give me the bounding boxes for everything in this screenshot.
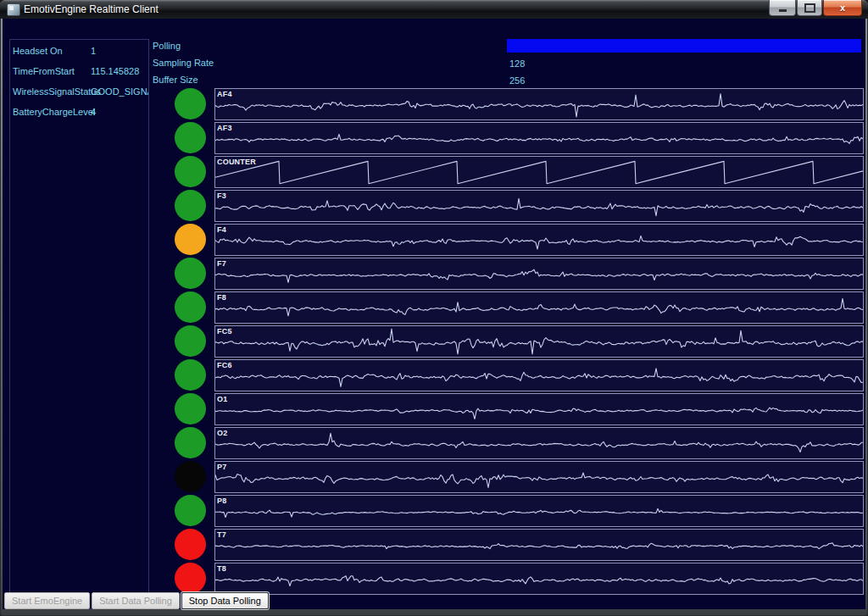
sensor-quality-p7	[175, 461, 206, 492]
sensor-quality-p8	[175, 495, 206, 526]
eeg-chart-f3: F3	[214, 190, 864, 222]
eeg-chart-f7: F7	[214, 258, 864, 290]
polling-progress-bar	[507, 39, 861, 53]
channel-label: FC6	[217, 361, 232, 369]
channel-label: AF4	[217, 90, 232, 98]
channel-label: F8	[217, 293, 226, 302]
channel-label: O2	[217, 429, 227, 437]
channel-label: O1	[217, 395, 227, 403]
status-row: TimeFromStart115.145828	[10, 60, 148, 80]
action-button-row: Start EmoEngineStart Data PollingStop Da…	[4, 592, 269, 609]
maximize-button[interactable]	[797, 0, 822, 16]
sensor-quality-o2	[175, 427, 206, 458]
status-value: 4	[91, 107, 96, 117]
channel-label: T7	[217, 530, 226, 539]
eeg-chart-o2: O2	[214, 427, 864, 459]
sensor-quality-fc5	[175, 325, 206, 357]
status-value: 1	[91, 46, 96, 56]
waveform	[215, 123, 863, 153]
sensor-quality-f8	[175, 291, 206, 323]
status-row: BatteryChargeLevel4	[10, 101, 148, 121]
channel-label: F3	[217, 191, 226, 200]
sampling-rate-label: Sampling Rate	[153, 58, 214, 68]
close-button[interactable]: x	[823, 0, 862, 16]
channel-label: COUNTER	[217, 158, 256, 166]
client-area: Headset On1TimeFromStart115.145828Wirele…	[3, 19, 865, 609]
waveform	[215, 225, 863, 255]
waveform	[215, 258, 863, 289]
eeg-chart-p7: P7	[214, 461, 864, 493]
channel-label: P7	[217, 463, 226, 471]
waveform	[215, 292, 863, 323]
sensor-quality-t8	[175, 563, 206, 594]
eeg-chart-p8: P8	[214, 495, 864, 527]
channel-label: AF3	[217, 124, 232, 132]
status-label: WirelessSignalStatus	[13, 86, 91, 97]
waveform	[215, 89, 863, 119]
minimize-button[interactable]	[769, 0, 796, 16]
title-bar[interactable]: EmotivEngine Realtime Client x	[0, 0, 868, 19]
sensor-quality-f3	[175, 190, 206, 221]
app-icon	[7, 3, 20, 16]
sensor-quality-t7	[175, 529, 206, 560]
waveform	[215, 462, 863, 492]
window-title: EmotivEngine Realtime Client	[24, 3, 159, 15]
eeg-chart-o1: O1	[214, 393, 864, 425]
sensor-quality-f4	[175, 224, 206, 255]
sensor-quality-af4	[175, 88, 206, 119]
waveform	[215, 530, 863, 560]
status-value: 115.145828	[91, 66, 139, 76]
eeg-chart-af4: AF4	[214, 88, 864, 120]
channel-label: FC5	[217, 327, 232, 336]
eeg-chart-fc6: FC6	[214, 359, 864, 391]
sensor-quality-af3	[175, 122, 206, 153]
polling-progress-fill	[507, 39, 861, 53]
eeg-chart-t8: T8	[214, 563, 864, 595]
status-value: GOOD_SIGNAL	[91, 86, 148, 97]
close-icon: x	[840, 3, 845, 13]
status-label: Headset On	[13, 46, 91, 56]
waveform	[215, 394, 863, 425]
stop-data-polling-button[interactable]: Stop Data Polling	[181, 592, 269, 609]
sensor-quality-f7	[175, 258, 206, 289]
channel-label: P8	[217, 497, 226, 505]
sampling-rate-value: 128	[509, 58, 525, 69]
waveform	[215, 428, 863, 458]
start-emoengine-button[interactable]: Start EmoEngine	[4, 592, 90, 609]
status-label: BatteryChargeLevel	[13, 107, 91, 117]
window-controls: x	[768, 0, 862, 16]
waveform	[215, 326, 863, 357]
status-row: WirelessSignalStatusGOOD_SIGNAL	[10, 80, 148, 101]
eeg-chart-f8: F8	[214, 291, 864, 324]
minimize-icon	[779, 9, 787, 12]
waveform	[215, 360, 863, 391]
eeg-chart-t7: T7	[214, 529, 864, 561]
buffer-size-label: Buffer Size	[153, 75, 198, 85]
status-row: Headset On1	[10, 40, 148, 60]
eeg-chart-f4: F4	[214, 224, 864, 256]
sensor-quality-o1	[175, 393, 206, 425]
channel-label: T8	[217, 564, 226, 573]
sensor-quality-counter	[175, 156, 206, 187]
waveform	[215, 191, 863, 221]
eeg-chart-fc5: FC5	[214, 325, 864, 358]
maximize-icon	[804, 3, 815, 13]
waveform	[215, 157, 863, 187]
waveform	[215, 496, 863, 526]
eeg-chart-counter: COUNTER	[214, 156, 864, 188]
eeg-chart-af3: AF3	[214, 122, 864, 154]
sensor-quality-fc6	[175, 359, 206, 391]
status-label: TimeFromStart	[13, 66, 91, 76]
start-data-polling-button[interactable]: Start Data Polling	[92, 592, 180, 609]
buffer-size-value: 256	[509, 75, 525, 86]
app-window: EmotivEngine Realtime Client x Headset O…	[0, 0, 868, 616]
waveform	[215, 563, 863, 594]
channel-label: F4	[217, 225, 226, 234]
channel-label: F7	[217, 259, 226, 268]
status-panel: Headset On1TimeFromStart115.145828Wirele…	[9, 39, 149, 609]
polling-label: Polling	[153, 41, 181, 51]
